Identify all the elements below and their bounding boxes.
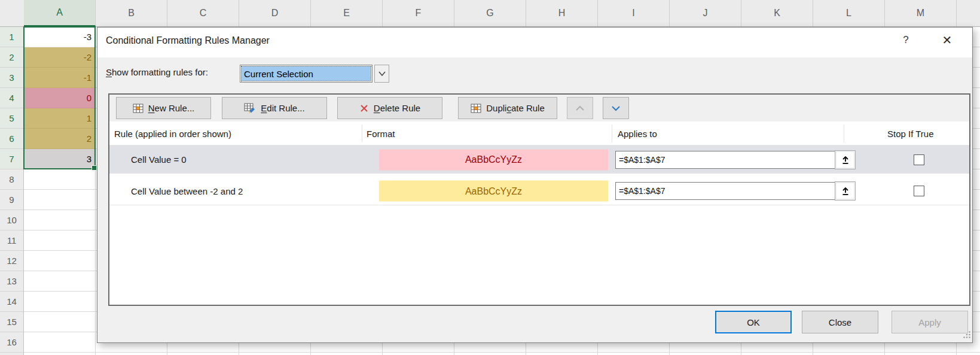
combobox-dropdown-button[interactable] [374,65,389,83]
new-rule-button[interactable]: New Rule... [116,97,211,119]
table-pencil-icon [244,102,256,114]
row-header-11[interactable]: 11 [0,230,23,251]
column-header-G[interactable]: G [454,0,526,26]
row-header-7[interactable]: 7 [0,149,23,169]
column-header-L[interactable]: L [813,0,885,26]
cell-A3[interactable]: -1 [24,68,96,88]
header-stop-if-true: Stop If True [887,122,934,145]
move-rule-down-button[interactable] [603,97,629,119]
rule-row-1[interactable]: Cell Value = 0AaBbCcYyZz [109,145,969,174]
cell-A2[interactable]: -2 [24,47,96,68]
row-header-4[interactable]: 4 [0,88,23,108]
collapse-dialog-button[interactable] [835,150,856,169]
row-header-14[interactable]: 14 [0,292,23,312]
rule-description: Cell Value = 0 [131,145,187,174]
cell-A7[interactable]: 3 [24,149,96,169]
row-headers: 12345678910111213141516 [0,27,24,355]
row-header-16[interactable]: 16 [0,332,23,353]
row-header-6[interactable]: 6 [0,129,23,149]
edit-rule-label: Edit Rule... [261,103,304,113]
column-header-J[interactable]: J [670,0,741,26]
rules-toolbar: New Rule... Edit Rule... Delete Rule Dup… [109,95,969,122]
row-divider [109,205,969,205]
applies-to-input[interactable] [615,151,835,169]
resize-grip[interactable] [963,330,971,341]
combobox-value: Current Selection [242,66,371,81]
show-rules-combobox[interactable]: Current Selection [240,65,373,83]
range-select-icon [841,155,850,165]
column-header-K[interactable]: K [741,0,813,26]
ok-button[interactable]: OK [715,311,792,333]
header-applies-to: Applies to [618,122,657,145]
row-header-5[interactable]: 5 [0,108,23,129]
duplicate-rule-label: Duplicate Rule [486,103,545,113]
row-header-9[interactable]: 9 [0,190,23,210]
chevron-down-icon [611,105,621,111]
row-header-2[interactable]: 2 [0,47,23,68]
dialog-titlebar: Conditional Formatting Rules Manager ? ✕ [97,28,972,57]
help-icon[interactable]: ? [899,34,913,46]
delete-rule-label: Delete Rule [374,103,420,113]
table-grid-icon [133,103,144,114]
header-format: Format [367,122,395,145]
apply-button[interactable]: Apply [892,311,968,333]
collapse-dialog-button[interactable] [835,181,856,201]
column-header-B[interactable]: B [96,0,167,26]
header-divider [612,125,612,142]
row-header-8[interactable]: 8 [0,169,23,190]
row-header-3[interactable]: 3 [0,68,23,88]
row-header-10[interactable]: 10 [0,210,23,230]
rule-description: Cell Value between -2 and 2 [131,178,243,204]
column-header-H[interactable]: H [526,0,598,26]
column-header-E[interactable]: E [311,0,383,26]
excel-window: ABCDEFGHIJKLM 12345678910111213141516 -3… [0,0,980,355]
column-headers: ABCDEFGHIJKLM [0,0,980,27]
column-header-I[interactable]: I [598,0,670,26]
cell-A6[interactable]: 2 [24,129,96,149]
format-preview: AaBbCcYyZz [379,181,608,202]
table-grid-icon [471,103,481,114]
edit-rule-button[interactable]: Edit Rule... [222,97,327,119]
cf-rules-manager-dialog: Conditional Formatting Rules Manager ? ✕… [97,27,973,343]
dialog-footer: OK Close Apply [97,306,972,342]
format-preview: AaBbCcYyZz [379,149,608,170]
column-header-D[interactable]: D [239,0,311,26]
row-header-1[interactable]: 1 [0,27,23,47]
show-rules-label: Show formatting rules for: [106,67,208,77]
row-header-13[interactable]: 13 [0,271,23,292]
applies-to-input[interactable] [615,182,835,200]
close-button[interactable]: Close [802,311,878,333]
red-x-icon [359,104,369,113]
header-rule: Rule (applied in order shown) [114,122,231,145]
chevron-down-icon [378,71,386,76]
row-header-12[interactable]: 12 [0,251,23,271]
cell-A4[interactable]: 0 [24,88,96,108]
header-divider [362,125,362,142]
header-divider [844,125,844,142]
range-select-icon [841,186,850,196]
new-rule-label: New Rule... [148,103,195,113]
row-header-15[interactable]: 15 [0,312,23,332]
close-icon[interactable]: ✕ [939,33,955,47]
rules-panel: New Rule... Edit Rule... Delete Rule Dup… [108,93,970,306]
column-header-F[interactable]: F [383,0,454,26]
chevron-up-icon [575,105,585,111]
cell-A5[interactable]: 1 [24,108,96,129]
delete-rule-button[interactable]: Delete Rule [337,97,442,119]
column-header-M[interactable]: M [885,0,957,26]
move-rule-up-button[interactable] [567,97,593,119]
rule-row-2[interactable]: Cell Value between -2 and 2AaBbCcYyZz [109,178,969,204]
stop-if-true-checkbox[interactable] [914,186,924,196]
cell-A1[interactable]: -3 [24,27,96,47]
column-header-A[interactable]: A [24,0,96,26]
column-header-C[interactable]: C [167,0,239,26]
dialog-title: Conditional Formatting Rules Manager [106,35,270,46]
stop-if-true-checkbox[interactable] [914,154,924,165]
duplicate-rule-button[interactable]: Duplicate Rule [458,97,557,119]
resize-grip-icon [963,330,971,339]
